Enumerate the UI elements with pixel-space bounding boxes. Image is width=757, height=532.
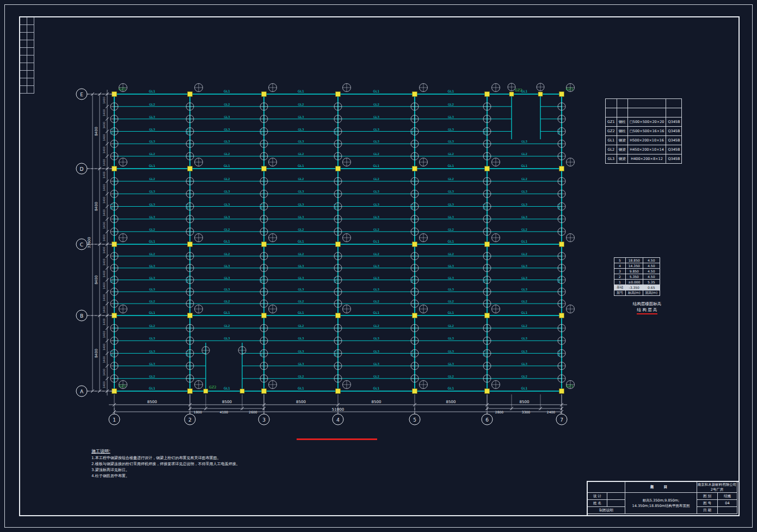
svg-text:GL2: GL2 [373, 300, 379, 303]
svg-text:GL1: GL1 [224, 386, 230, 390]
svg-text:GL1: GL1 [260, 128, 263, 134]
svg-text:GZ1: GZ1 [566, 384, 574, 388]
svg-text:2400: 2400 [547, 410, 555, 414]
cell: GL1 [606, 136, 617, 145]
svg-text:GL2: GL2 [373, 103, 379, 106]
cell: Q345B [666, 154, 682, 164]
svg-text:GL3: GL3 [149, 190, 155, 193]
svg-text:GL3: GL3 [298, 140, 304, 143]
svg-text:GL1: GL1 [410, 128, 414, 134]
svg-text:33600: 33600 [87, 237, 91, 249]
svg-text:GL3: GL3 [298, 276, 304, 280]
svg-text:1400: 1400 [102, 306, 106, 313]
svg-text:GL3: GL3 [373, 215, 379, 219]
left-row-label: 姓 名 [588, 500, 607, 507]
svg-text:GL1: GL1 [448, 239, 454, 243]
left-row-value [607, 500, 625, 507]
svg-text:GL1: GL1 [521, 164, 528, 168]
cell: 层高(m) [643, 290, 660, 296]
svg-text:1400: 1400 [102, 122, 106, 129]
title-block: 题 目 南京和木新材料有限公司 2号厂房 设 计 姓 名 制图说明 标高5.35… [587, 481, 740, 516]
svg-text:GL2: GL2 [298, 152, 304, 156]
cell: H450×200×10×14 [627, 145, 666, 154]
svg-text:GL1: GL1 [260, 350, 263, 356]
project-name: 南京和木新材料有限公司 2号厂房 [697, 482, 737, 493]
svg-text:GL3: GL3 [224, 140, 230, 143]
svg-text:GL3: GL3 [224, 215, 230, 219]
svg-text:GL2: GL2 [298, 177, 304, 181]
member-schedule-table: GZ1钢柱□500×500×20×20Q345BGZ2钢柱□500×500×16… [605, 98, 682, 164]
svg-text:3: 3 [262, 417, 266, 423]
svg-text:1400: 1400 [102, 331, 106, 338]
cell [617, 108, 627, 117]
elevation-row: 25.3504.50 [614, 274, 660, 280]
svg-text:GL2: GL2 [373, 375, 379, 378]
svg-text:GL3: GL3 [373, 203, 379, 206]
svg-text:GL3: GL3 [521, 264, 527, 268]
note-item: 2.楼板与钢梁连接的栓钉采用焊机焊接，焊接要求详见总说明，不得采用人工电弧焊接。 [91, 461, 240, 467]
drawing-title-underline [297, 438, 377, 440]
svg-text:GL1: GL1 [448, 386, 454, 390]
svg-text:GL1: GL1 [373, 311, 380, 314]
svg-text:GL3: GL3 [224, 276, 230, 280]
svg-text:GL3: GL3 [298, 264, 304, 268]
elevation-table-caption: 结构层楼面标高 结 构 层 高 [611, 301, 684, 314]
svg-text:GL1: GL1 [373, 239, 380, 243]
svg-text:GL1: GL1 [448, 164, 454, 168]
svg-text:GL3: GL3 [149, 128, 155, 131]
svg-text:GL3: GL3 [373, 337, 379, 340]
cell: 4 [614, 263, 626, 269]
cell: 标高(m) [626, 290, 643, 296]
svg-text:GL2: GL2 [224, 252, 230, 256]
svg-text:GL3: GL3 [373, 288, 379, 291]
svg-text:7: 7 [560, 417, 563, 423]
cell: 14.350 [626, 263, 643, 269]
field-value: 04 [718, 500, 737, 507]
svg-text:8400: 8400 [94, 127, 99, 136]
svg-text:GL2: GL2 [448, 252, 454, 256]
svg-text:GL1: GL1 [224, 239, 230, 243]
svg-text:GL3: GL3 [149, 350, 155, 353]
floor-elevation-table: 518.8504.50414.3504.5039.8504.5025.3504.… [614, 257, 660, 296]
svg-text:GL3: GL3 [373, 362, 379, 366]
svg-text:GL1: GL1 [557, 277, 561, 283]
cell: Q345B [666, 127, 682, 136]
svg-text:GL3: GL3 [521, 203, 527, 206]
svg-text:GZ2: GZ2 [515, 88, 522, 92]
svg-text:GL1: GL1 [260, 203, 263, 209]
svg-text:GL3: GL3 [298, 190, 304, 193]
svg-text:GL3: GL3 [149, 140, 155, 143]
note-item: 4.柱子钢筋居中布置。 [91, 473, 240, 479]
svg-text:GL1: GL1 [410, 350, 414, 356]
svg-text:3300: 3300 [522, 410, 530, 414]
svg-text:8400: 8400 [94, 349, 99, 358]
svg-text:GL2: GL2 [521, 375, 527, 378]
schedule-row: GL2钢梁H450×200×10×14Q345B [606, 145, 682, 154]
svg-text:GL3: GL3 [298, 115, 304, 119]
svg-text:1400: 1400 [102, 247, 106, 254]
svg-text:GL3: GL3 [149, 203, 155, 206]
cell: 5.35 [643, 280, 660, 285]
svg-text:6: 6 [485, 417, 489, 423]
field-label: 图 号 [697, 500, 718, 507]
cell: □500×500×20×20 [627, 117, 666, 127]
cell: 钢柱 [617, 117, 627, 127]
svg-text:GL1: GL1 [521, 386, 528, 390]
svg-text:B: B [80, 313, 83, 319]
svg-text:GL3: GL3 [373, 264, 379, 268]
svg-text:GL2: GL2 [298, 324, 304, 327]
cell: -3.350 [626, 285, 643, 290]
svg-text:E: E [80, 92, 83, 97]
svg-text:1400: 1400 [102, 318, 106, 325]
svg-text:GL2: GL2 [224, 300, 230, 303]
cell: H500×200×10×16 [627, 136, 666, 145]
schedule-row: GL3钢梁H400×200×8×12Q345B [606, 154, 682, 164]
svg-text:GL3: GL3 [448, 264, 454, 268]
cell: 4.50 [643, 263, 660, 269]
cell: 18.850 [626, 258, 643, 263]
svg-text:GL3: GL3 [448, 128, 454, 131]
svg-text:GL2: GL2 [373, 177, 379, 181]
svg-text:1400: 1400 [102, 209, 106, 216]
svg-text:GL2: GL2 [521, 228, 527, 231]
cell [606, 99, 617, 108]
